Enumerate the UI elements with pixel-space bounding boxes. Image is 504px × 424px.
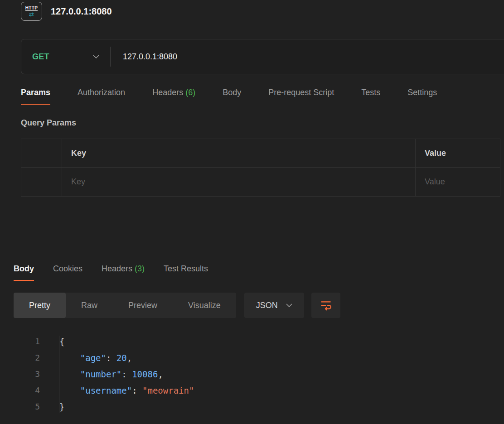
request-tab-body[interactable]: Body [223, 88, 241, 105]
request-tabs: ParamsAuthorizationHeaders (6)BodyPre-re… [21, 88, 504, 105]
code-content: } [40, 399, 64, 415]
response-tab-cookies[interactable]: Cookies [53, 264, 82, 281]
view-tab-preview[interactable]: Preview [113, 293, 173, 318]
request-tab-pre-request-script[interactable]: Pre-request Script [268, 88, 334, 105]
code-content: { [40, 333, 64, 350]
params-key-cell [62, 168, 415, 196]
response-tab-test-results[interactable]: Test Results [164, 264, 208, 281]
line-number: 5 [14, 399, 40, 415]
params-value-cell [415, 168, 500, 196]
response-body-code: 1{2 "age": 20,3 "number": 10086,4 "usern… [14, 333, 504, 415]
wrap-lines-icon [320, 299, 332, 311]
tab-count-badge: (6) [183, 88, 195, 97]
request-tab-headers[interactable]: Headers (6) [152, 88, 195, 105]
param-value-input[interactable] [425, 177, 500, 187]
query-params-heading: Query Params [21, 118, 504, 128]
line-number: 2 [14, 350, 40, 366]
query-params-table: Key Value [21, 139, 500, 197]
view-tab-raw[interactable]: Raw [66, 293, 113, 318]
wrap-lines-button[interactable] [311, 293, 340, 318]
response-view-bar: PrettyRawPreviewVisualize JSON [14, 293, 504, 318]
line-number: 4 [14, 382, 40, 399]
request-header: HTTP ⇄ 127.0.0.1:8080 [21, 1, 504, 22]
line-number: 1 [14, 333, 40, 350]
request-url-bar: GET [21, 39, 504, 74]
params-key-header: Key [62, 139, 415, 167]
params-header-row: Key Value [21, 139, 500, 168]
request-tab-settings[interactable]: Settings [407, 88, 437, 105]
code-content: "number": 10086, [40, 366, 163, 382]
code-line: 2 "age": 20, [14, 350, 504, 366]
view-tab-visualize[interactable]: Visualize [173, 293, 236, 318]
code-line: 3 "number": 10086, [14, 366, 504, 382]
response-section: BodyCookiesHeaders (3)Test Results Prett… [0, 253, 504, 415]
chevron-down-icon [93, 55, 99, 58]
request-section: HTTP ⇄ 127.0.0.1:8080 GET ParamsAuthoriz… [0, 1, 504, 197]
method-label: GET [32, 52, 49, 62]
format-selector[interactable]: JSON [244, 293, 304, 318]
http-badge-label: HTTP [25, 5, 38, 11]
response-view-tabs: PrettyRawPreviewVisualize [14, 293, 236, 318]
view-tab-pretty[interactable]: Pretty [14, 293, 66, 318]
http-request-icon: HTTP ⇄ [21, 2, 42, 21]
method-selector[interactable]: GET [21, 39, 110, 74]
request-tab-authorization[interactable]: Authorization [78, 88, 125, 105]
request-title: 127.0.0.1:8080 [51, 6, 112, 17]
line-number: 3 [14, 366, 40, 382]
params-select-header-cell [21, 139, 62, 167]
param-key-input[interactable] [71, 177, 415, 187]
url-input[interactable] [111, 52, 504, 62]
chevron-down-icon [286, 304, 292, 307]
params-input-row [21, 168, 500, 196]
response-tabs: BodyCookiesHeaders (3)Test Results [14, 264, 504, 281]
code-line: 1{ [14, 333, 504, 350]
format-label: JSON [256, 301, 278, 310]
tab-count-badge: (3) [132, 264, 145, 273]
code-content: "username": "meowrain" [40, 382, 194, 399]
request-tab-tests[interactable]: Tests [361, 88, 380, 105]
response-tab-body[interactable]: Body [14, 264, 34, 281]
response-tab-headers[interactable]: Headers (3) [102, 264, 145, 281]
request-tab-params[interactable]: Params [21, 88, 50, 105]
code-line: 5} [14, 399, 504, 415]
params-value-header: Value [415, 139, 500, 167]
code-content: "age": 20, [40, 350, 132, 366]
code-line: 4 "username": "meowrain" [14, 382, 504, 399]
http-arrows-icon: ⇄ [29, 11, 34, 17]
params-select-cell [21, 168, 62, 196]
postman-app: HTTP ⇄ 127.0.0.1:8080 GET ParamsAuthoriz… [0, 1, 504, 415]
